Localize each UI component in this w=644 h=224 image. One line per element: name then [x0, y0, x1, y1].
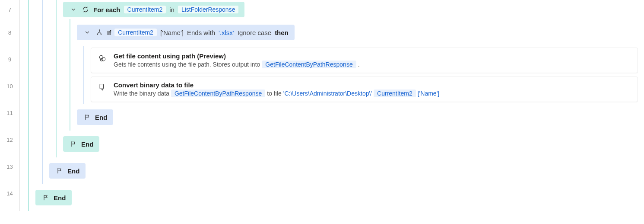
end-if-block[interactable]: End — [77, 109, 113, 125]
modifier-text: Ignore case — [238, 29, 271, 36]
line-number: 10 — [0, 73, 19, 99]
end-label: End — [81, 141, 93, 148]
in-keyword: in — [169, 6, 174, 13]
chevron-down-icon[interactable] — [69, 5, 78, 14]
literal-path: 'C:\Users\Administrator\Desktop\' — [283, 90, 372, 97]
svg-point-1 — [101, 34, 102, 35]
action-desc-prefix: Write the binary data — [114, 90, 169, 97]
accessor-text: ['Name'] — [418, 90, 439, 97]
variable-token[interactable]: GetFileContentByPathResponse — [171, 90, 265, 97]
end-label: End — [95, 114, 107, 121]
line-number: 14 — [0, 180, 19, 207]
action-get-file-content[interactable]: Get file content using path (Preview) Ge… — [91, 48, 638, 73]
line-number: 7 — [0, 0, 19, 19]
foreach-keyword: For each — [93, 6, 121, 13]
action-convert-binary[interactable]: Convert binary data to file Write the bi… — [91, 77, 638, 102]
flag-icon — [69, 140, 78, 148]
literal-value: '.xlsx' — [219, 29, 234, 36]
line-number: 11 — [0, 99, 19, 126]
flag-icon — [41, 193, 50, 202]
variable-token[interactable]: CurrentItem2 — [124, 6, 166, 13]
flag-icon — [83, 113, 92, 122]
action-desc-mid: to file — [267, 90, 281, 97]
flow-editor: For each CurrentItem2 in ListFolderRespo… — [20, 0, 644, 211]
then-keyword: then — [275, 29, 289, 36]
variable-token[interactable]: CurrentItem2 — [374, 90, 416, 97]
branch-icon — [95, 28, 104, 37]
foreach-block[interactable]: For each CurrentItem2 in ListFolderRespo… — [63, 2, 244, 17]
end-label: End — [67, 167, 79, 175]
if-block[interactable]: If CurrentItem2 ['Name'] Ends with '.xls… — [77, 25, 295, 40]
chevron-down-icon[interactable] — [83, 28, 92, 37]
variable-token[interactable]: ListFolderResponse — [178, 6, 239, 13]
line-number: 9 — [0, 46, 19, 73]
loop-icon — [81, 5, 90, 14]
variable-token[interactable]: CurrentItem2 — [114, 29, 157, 36]
convert-file-icon — [97, 82, 108, 93]
svg-point-0 — [97, 34, 98, 35]
sharepoint-icon — [97, 53, 108, 64]
line-number: 12 — [0, 126, 19, 153]
end-label: End — [54, 194, 66, 202]
line-number: 13 — [0, 153, 19, 180]
end-block[interactable]: End — [49, 163, 86, 179]
flag-icon — [55, 166, 64, 175]
variable-token[interactable]: GetFileContentByPathResponse — [262, 61, 356, 68]
action-title: Convert binary data to file — [114, 81, 439, 89]
operator-text: Ends with — [187, 29, 215, 36]
accessor-text: ['Name'] — [160, 29, 184, 36]
line-number: 8 — [0, 19, 19, 46]
action-desc-suffix: . — [358, 61, 360, 68]
if-keyword: If — [107, 29, 111, 36]
end-foreach-block[interactable]: End — [63, 136, 99, 152]
line-number-gutter: 7 8 9 10 11 12 13 14 — [0, 0, 20, 211]
action-desc-prefix: Gets file contents using the file path. … — [114, 61, 260, 68]
svg-point-2 — [99, 29, 100, 30]
svg-rect-6 — [100, 84, 103, 89]
end-block[interactable]: End — [35, 190, 72, 205]
action-title: Get file content using path (Preview) — [114, 52, 360, 60]
